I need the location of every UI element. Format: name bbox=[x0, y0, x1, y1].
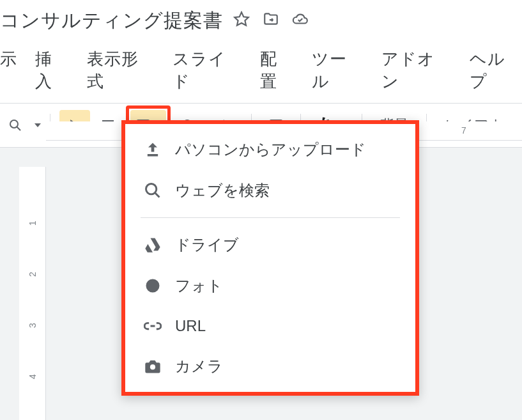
menu-drive[interactable]: ドライブ bbox=[125, 224, 415, 265]
camera-icon bbox=[143, 357, 162, 376]
menu-label: ドライブ bbox=[175, 235, 239, 255]
svg-rect-12 bbox=[148, 154, 158, 157]
ruler-tick: 1 bbox=[27, 210, 38, 237]
search-icon bbox=[143, 181, 162, 200]
menu-bar: 示 挿入 表示形式 スライド 配置 ツール アドオン ヘルプ bbox=[0, 39, 522, 103]
menu-upload-computer[interactable]: パソコンからアップロード bbox=[125, 129, 415, 170]
svg-marker-0 bbox=[234, 12, 249, 26]
menu-format[interactable]: 表示形式 bbox=[87, 48, 155, 93]
upload-icon bbox=[143, 140, 162, 159]
image-insert-dropdown: パソコンからアップロード ウェブを検索 ドライブ フォト URL カメラ bbox=[121, 120, 419, 396]
menu-label: カメラ bbox=[175, 356, 223, 377]
vertical-ruler: 1 2 3 4 5 bbox=[19, 167, 46, 420]
zoom-button[interactable] bbox=[0, 110, 31, 141]
menu-label: パソコンからアップロード bbox=[175, 139, 366, 160]
menu-insert[interactable]: 挿入 bbox=[35, 48, 69, 93]
menu-slide[interactable]: スライド bbox=[173, 48, 243, 93]
menu-label: フォト bbox=[175, 276, 223, 296]
svg-point-15 bbox=[150, 364, 155, 369]
menu-divider bbox=[141, 217, 400, 218]
svg-line-2 bbox=[17, 127, 21, 131]
ruler-tick: 5 bbox=[27, 415, 38, 421]
ruler-tick: 7 bbox=[461, 125, 466, 136]
ruler-tick: 2 bbox=[27, 261, 38, 288]
title-icon-group bbox=[233, 10, 309, 32]
svg-point-13 bbox=[146, 184, 157, 194]
menu-tools[interactable]: ツール bbox=[312, 48, 364, 93]
svg-point-1 bbox=[10, 120, 18, 128]
ruler-tick: 3 bbox=[27, 313, 38, 339]
star-icon[interactable] bbox=[233, 10, 250, 32]
menu-label: ウェブを検索 bbox=[175, 180, 270, 201]
menu-arrange[interactable]: 配置 bbox=[260, 48, 294, 93]
doc-title-bar: コンサルティング提案書 bbox=[0, 0, 522, 39]
menu-addons[interactable]: アドオン bbox=[381, 48, 452, 93]
menu-camera[interactable]: カメラ bbox=[125, 346, 415, 387]
menu-help[interactable]: ヘルプ bbox=[470, 48, 522, 93]
menu-view-partial[interactable]: 示 bbox=[0, 48, 17, 93]
drive-icon bbox=[143, 235, 162, 254]
cloud-status-icon[interactable] bbox=[292, 10, 309, 32]
photos-icon bbox=[143, 276, 162, 295]
svg-line-14 bbox=[155, 193, 160, 198]
doc-title[interactable]: コンサルティング提案書 bbox=[0, 8, 223, 34]
menu-url[interactable]: URL bbox=[125, 306, 415, 346]
move-folder-icon[interactable] bbox=[263, 10, 279, 32]
menu-label: URL bbox=[175, 317, 206, 335]
zoom-caret-icon[interactable] bbox=[35, 123, 41, 127]
ruler-tick: 4 bbox=[27, 364, 38, 390]
menu-search-web[interactable]: ウェブを検索 bbox=[125, 170, 415, 211]
menu-photos[interactable]: フォト bbox=[125, 265, 415, 306]
link-icon bbox=[143, 316, 162, 336]
